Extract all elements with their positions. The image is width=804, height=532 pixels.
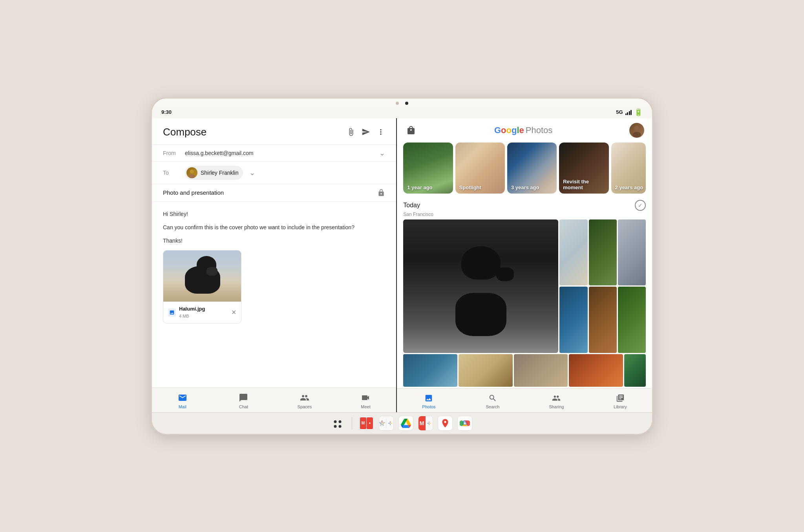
recipient-chip[interactable]: Shirley Franklin xyxy=(185,166,243,180)
svg-point-3 xyxy=(632,132,641,137)
memories-strip: 1 year ago Spotlight 3 years ago Revisit… xyxy=(397,143,652,198)
taskbar-drive-icon xyxy=(401,418,411,428)
main-content: Compose From elissa.g.beckett@gmail.com … xyxy=(152,118,652,412)
send-icon[interactable] xyxy=(362,128,370,136)
meet-icon xyxy=(360,393,371,403)
from-chevron-icon[interactable]: ⌄ xyxy=(379,149,385,157)
from-email: elissa.g.beckett@gmail.com xyxy=(185,150,373,156)
to-chevron-icon[interactable]: ⌄ xyxy=(249,168,255,177)
photos-nav-search-label: Search xyxy=(486,404,499,409)
photo-small-6[interactable] xyxy=(618,287,646,353)
taskbar-divider xyxy=(352,417,352,430)
photo-large-dog[interactable] xyxy=(403,219,558,353)
chat-icon xyxy=(238,393,249,403)
signal-icon xyxy=(625,110,632,115)
photos-nav-library[interactable]: Library xyxy=(588,389,652,412)
memory-label-3: 3 years ago xyxy=(511,185,539,190)
taskbar-search-button[interactable] xyxy=(332,418,343,429)
taskbar-gmail-duo[interactable]: M ● xyxy=(359,416,374,431)
tablet-screen: 9:30 5G 🔋 Compose xyxy=(152,106,652,434)
photos-tab-icon xyxy=(424,393,433,403)
svg-point-5 xyxy=(338,420,341,423)
shopping-bag-icon[interactable] xyxy=(405,124,417,137)
nav-spaces[interactable]: Spaces xyxy=(274,388,335,412)
photo-row2-4[interactable] xyxy=(569,354,623,387)
today-section-header: Today ✓ xyxy=(397,198,652,212)
select-all-button[interactable]: ✓ xyxy=(635,200,646,211)
body-greeting: Hi Shirley! xyxy=(163,210,385,218)
taskbar-photos-pair[interactable] xyxy=(379,416,394,431)
memory-card-3[interactable]: 3 years ago xyxy=(507,143,557,194)
photo-small-1[interactable] xyxy=(559,219,587,286)
photos-nav-sharing[interactable]: Sharing xyxy=(524,389,588,412)
search-tab-icon xyxy=(488,393,497,403)
memory-card-5[interactable]: 2 years ago xyxy=(611,143,646,194)
nav-meet[interactable]: Meet xyxy=(335,388,397,412)
photo-row2-3[interactable] xyxy=(514,354,568,387)
photos-nav-search[interactable]: Search xyxy=(461,389,524,412)
to-label: To xyxy=(163,170,179,176)
memory-label-1: 1 year ago xyxy=(407,185,432,190)
svg-point-7 xyxy=(338,425,341,428)
more-options-icon[interactable] xyxy=(376,128,385,136)
svg-point-2 xyxy=(634,126,640,132)
photo-small-4[interactable] xyxy=(559,287,587,353)
taskbar-gmail-photos-split[interactable]: M xyxy=(418,416,433,431)
body-question: Can you confirm this is the cover photo … xyxy=(163,223,385,232)
user-avatar[interactable] xyxy=(629,123,644,138)
from-row: From elissa.g.beckett@gmail.com ⌄ xyxy=(152,145,396,162)
photo-small-3[interactable] xyxy=(618,219,646,286)
photo-row2-1[interactable] xyxy=(403,354,457,387)
memory-card-4[interactable]: Revisit the moment xyxy=(559,143,608,194)
photos-nav-library-label: Library xyxy=(614,404,627,409)
attach-icon[interactable] xyxy=(347,128,355,136)
svg-point-4 xyxy=(334,420,336,423)
photo-row2-2[interactable] xyxy=(459,354,513,387)
body-thanks: Thanks! xyxy=(163,236,385,245)
photo-small-2[interactable] xyxy=(589,219,617,286)
memory-label-4: Revisit the moment xyxy=(563,179,608,190)
subject-text: Photo and presentation xyxy=(163,189,224,196)
to-row: To Shirley Franklin ⌄ xyxy=(152,162,396,184)
compose-body[interactable]: Hi Shirley! Can you confirm this is the … xyxy=(152,202,396,388)
nav-spaces-label: Spaces xyxy=(298,404,312,409)
photo-row2-5[interactable] xyxy=(624,354,646,387)
attachment-image xyxy=(163,250,241,302)
sharing-tab-icon xyxy=(552,393,561,403)
svg-point-1 xyxy=(189,174,195,178)
attachment-name-row: Halumi.jpg 4 MB xyxy=(168,305,205,320)
taskbar-photos2-icon xyxy=(387,420,394,427)
compose-header: Compose xyxy=(152,118,396,145)
main-photos-grid xyxy=(397,219,652,353)
spaces-icon xyxy=(300,393,310,403)
taskbar-maps[interactable] xyxy=(438,416,453,431)
memory-card-2[interactable]: Spotlight xyxy=(455,143,505,194)
photos-nav-photos-label: Photos xyxy=(422,404,435,409)
attachment-filesize: 4 MB xyxy=(179,313,205,320)
compose-title: Compose xyxy=(163,126,206,138)
taskbar-mini-photos-icon xyxy=(426,420,432,426)
taskbar-chrome[interactable] xyxy=(457,416,472,431)
status-right: 5G 🔋 xyxy=(616,108,643,117)
nav-chat-label: Chat xyxy=(239,404,248,409)
photos-bottom-nav: Photos Search Sharing xyxy=(397,388,652,412)
photos-nav-photos[interactable]: Photos xyxy=(397,389,460,412)
photos-nav-sharing-label: Sharing xyxy=(549,404,564,409)
memory-card-1[interactable]: 1 year ago xyxy=(403,143,453,194)
taskbar-drive[interactable] xyxy=(398,416,413,431)
photos-header: Google Photos xyxy=(397,118,652,143)
attachment-remove-button[interactable]: ✕ xyxy=(231,307,236,318)
nav-chat[interactable]: Chat xyxy=(213,388,274,412)
google-text: Google xyxy=(494,125,524,135)
svg-point-6 xyxy=(334,425,336,428)
nav-mail[interactable]: Mail xyxy=(152,388,213,412)
status-bar: 9:30 5G 🔋 xyxy=(152,106,652,118)
svg-point-0 xyxy=(190,170,194,174)
library-tab-icon xyxy=(616,393,625,403)
mail-bottom-nav: Mail Chat Spaces xyxy=(152,388,396,412)
tablet-frame: 9:30 5G 🔋 Compose xyxy=(151,97,653,435)
subject-row: Photo and presentation xyxy=(152,184,396,202)
small-photos-grid xyxy=(559,219,646,353)
photo-small-5[interactable] xyxy=(589,287,617,353)
attachment-file-icon xyxy=(168,309,176,316)
